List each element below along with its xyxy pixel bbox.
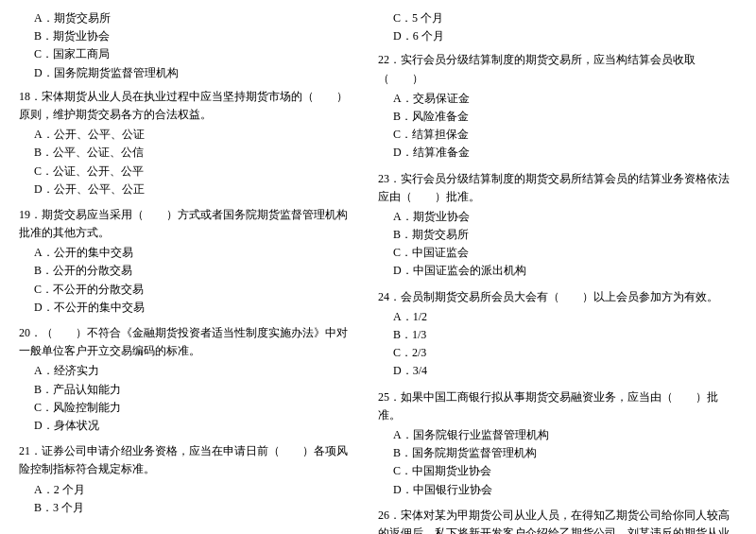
option-item: C．5 个月 bbox=[378, 9, 737, 27]
question-text: 19．期货交易应当采用（ ）方式或者国务院期货监督管理机构批准的其他方式。 bbox=[19, 206, 350, 242]
option-item: B．国务院期货监督管理机构 bbox=[378, 444, 737, 462]
question-text: 20．（ ）不符合《金融期货投资者适当性制度实施办法》中对一般单位客户开立交易编… bbox=[19, 324, 350, 360]
option-item: C．国家工商局 bbox=[19, 45, 350, 63]
option-item: C．不公开的分散交易 bbox=[19, 281, 350, 299]
option-item: D．中国证监会的派出机构 bbox=[378, 262, 737, 280]
option-item: D．结算准备金 bbox=[378, 144, 737, 162]
option-item: D．3/4 bbox=[378, 362, 737, 380]
option-item: B．风险准备金 bbox=[378, 108, 737, 126]
option-item: A．期货业协会 bbox=[378, 208, 737, 226]
question-26: 26．宋体对某为甲期货公司从业人员，在得知乙期货公司给你同人较高的返佣后，私下将… bbox=[378, 507, 737, 534]
question-19: 19．期货交易应当采用（ ）方式或者国务院期货监督管理机构批准的其他方式。 A．… bbox=[19, 206, 350, 317]
question-text: 25．如果中国工商银行拟从事期货交易融资业务，应当由（ ）批准。 bbox=[378, 388, 737, 424]
question-text: 26．宋体对某为甲期货公司从业人员，在得知乙期货公司给你同人较高的返佣后，私下将… bbox=[378, 507, 737, 534]
option-item: C．公证、公开、公平 bbox=[19, 163, 350, 181]
option-item: C．中国证监会 bbox=[378, 244, 737, 262]
two-column-layout: A．期货交易所 B．期货业协会 C．国家工商局 D．国务院期货监督管理机构 18… bbox=[19, 9, 737, 534]
option-item: B．公平、公证、公信 bbox=[19, 144, 350, 162]
question-21: 21．证券公司申请介绍业务资格，应当在申请日前（ ）各项风险控制指标符合规定标准… bbox=[19, 442, 350, 517]
top-options-left: A．期货交易所 B．期货业协会 C．国家工商局 D．国务院期货监督管理机构 bbox=[19, 9, 350, 82]
option-item: A．公开的集中交易 bbox=[19, 244, 350, 262]
option-item: D．身体状况 bbox=[19, 417, 350, 435]
question-text: 24．会员制期货交易所会员大会有（ ）以上会员参加方为有效。 bbox=[378, 288, 737, 306]
question-20: 20．（ ）不符合《金融期货投资者适当性制度实施办法》中对一般单位客户开立交易编… bbox=[19, 324, 350, 435]
option-item: C．结算担保金 bbox=[378, 126, 737, 144]
question-25: 25．如果中国工商银行拟从事期货交易融资业务，应当由（ ）批准。 A．国务院银行… bbox=[378, 388, 737, 499]
option-item: D．6 个月 bbox=[378, 27, 737, 45]
option-item: A．1/2 bbox=[378, 308, 737, 326]
option-item: A．2 个月 bbox=[19, 481, 350, 499]
option-item: D．中国银行业协会 bbox=[378, 481, 737, 499]
option-item: A．期货交易所 bbox=[19, 9, 350, 27]
option-item: B．产品认知能力 bbox=[19, 381, 350, 399]
option-item: C．中国期货业协会 bbox=[378, 462, 737, 480]
option-item: B．1/3 bbox=[378, 326, 737, 344]
question-18: 18．宋体期货从业人员在执业过程中应当坚持期货市场的（ ）原则，维护期货交易各方… bbox=[19, 88, 350, 198]
option-item: A．经济实力 bbox=[19, 362, 350, 380]
option-item: B．期货交易所 bbox=[378, 226, 737, 244]
question-text: 18．宋体期货从业人员在执业过程中应当坚持期货市场的（ ）原则，维护期货交易各方… bbox=[19, 88, 350, 124]
right-column: C．5 个月 D．6 个月 22．实行会员分级结算制度的期货交易所，应当构结算会… bbox=[369, 9, 737, 534]
option-item: C．2/3 bbox=[378, 344, 737, 362]
option-item: B．公开的分散交易 bbox=[19, 262, 350, 280]
option-item: B．3 个月 bbox=[19, 499, 350, 517]
option-item: A．公开、公平、公证 bbox=[19, 126, 350, 144]
option-item: D．公开、公平、公正 bbox=[19, 181, 350, 198]
option-item: A．交易保证金 bbox=[378, 90, 737, 108]
top-options-right: C．5 个月 D．6 个月 bbox=[378, 9, 737, 45]
question-23: 23．实行会员分级结算制度的期货交易所结算会员的结算业务资格依法应由（ ）批准。… bbox=[378, 170, 737, 281]
question-text: 22．实行会员分级结算制度的期货交易所，应当构结算会员收取（ ） bbox=[378, 51, 737, 87]
option-item: D．不公开的集中交易 bbox=[19, 299, 350, 317]
option-item: C．风险控制能力 bbox=[19, 399, 350, 417]
option-item: A．国务院银行业监督管理机构 bbox=[378, 426, 737, 444]
option-item: D．国务院期货监督管理机构 bbox=[19, 64, 350, 82]
question-text: 21．证券公司申请介绍业务资格，应当在申请日前（ ）各项风险控制指标符合规定标准… bbox=[19, 442, 350, 478]
page-container: A．期货交易所 B．期货业协会 C．国家工商局 D．国务院期货监督管理机构 18… bbox=[19, 9, 737, 534]
question-text: 23．实行会员分级结算制度的期货交易所结算会员的结算业务资格依法应由（ ）批准。 bbox=[378, 170, 737, 206]
question-24: 24．会员制期货交易所会员大会有（ ）以上会员参加方为有效。 A．1/2 B．1… bbox=[378, 288, 737, 381]
question-22: 22．实行会员分级结算制度的期货交易所，应当构结算会员收取（ ） A．交易保证金… bbox=[378, 51, 737, 162]
option-item: B．期货业协会 bbox=[19, 27, 350, 45]
left-column: A．期货交易所 B．期货业协会 C．国家工商局 D．国务院期货监督管理机构 18… bbox=[19, 9, 359, 534]
